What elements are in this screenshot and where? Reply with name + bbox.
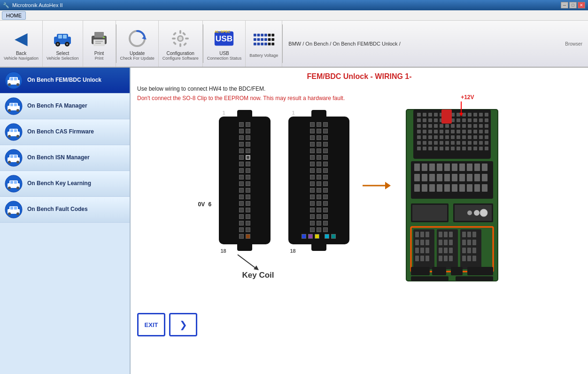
svg-rect-231	[426, 240, 429, 245]
svg-rect-22	[173, 31, 177, 35]
svg-rect-110	[428, 118, 432, 122]
usb-button[interactable]: USB AL-SPEC USB Connection Status	[203, 21, 246, 67]
svg-rect-51	[14, 78, 17, 80]
svg-rect-238	[439, 232, 442, 237]
svg-rect-211	[437, 184, 442, 192]
exit-button[interactable]: EXIT	[137, 313, 165, 336]
svg-rect-71	[10, 155, 13, 158]
svg-rect-247	[439, 256, 442, 261]
sidebar-item-fault-codes[interactable]: On Bench Fault Codes	[0, 197, 130, 223]
close-button[interactable]: ✕	[578, 2, 585, 8]
svg-rect-32	[264, 34, 267, 37]
svg-rect-235	[415, 256, 419, 261]
configuration-sublabel: Configure Software	[162, 56, 199, 61]
right-connector-wrap: 1	[288, 117, 349, 244]
svg-point-74	[16, 161, 19, 164]
svg-rect-177	[440, 147, 443, 150]
svg-rect-216	[474, 184, 480, 192]
svg-rect-11	[95, 41, 103, 42]
svg-rect-183	[473, 147, 477, 150]
print-button[interactable]: Print Print	[83, 21, 116, 67]
svg-rect-164	[440, 141, 443, 145]
svg-rect-159	[485, 135, 488, 139]
svg-rect-209	[422, 184, 427, 192]
svg-rect-45	[268, 43, 271, 46]
svg-rect-267	[411, 267, 430, 275]
svg-marker-15	[142, 36, 147, 39]
update-button[interactable]: Update Check For Update	[116, 21, 159, 67]
svg-point-17	[178, 37, 182, 40]
svg-rect-206	[474, 174, 480, 181]
svg-rect-143	[468, 130, 472, 133]
svg-rect-111	[434, 118, 438, 122]
sidebar-item-fa-manager[interactable]: On Bench FA Manager	[0, 94, 130, 119]
svg-rect-128	[456, 124, 460, 128]
svg-rect-240	[449, 232, 453, 237]
sidebar-item-key-learning[interactable]: On Bench Key Learning	[0, 171, 130, 197]
svg-rect-129	[462, 124, 466, 128]
minimize-button[interactable]: ─	[561, 2, 568, 8]
svg-text:AL-SPEC: AL-SPEC	[215, 30, 231, 34]
next-button[interactable]: ❯	[169, 313, 197, 336]
isn-manager-label: On Bench ISN Manager	[27, 154, 90, 162]
svg-rect-44	[271, 38, 274, 41]
svg-rect-58	[14, 103, 17, 106]
svg-rect-203	[452, 174, 457, 181]
svg-rect-19	[179, 43, 181, 47]
svg-point-265	[474, 210, 480, 216]
svg-rect-179	[451, 147, 455, 150]
svg-point-53	[16, 83, 19, 86]
usb-icon: USB AL-SPEC	[213, 28, 235, 49]
svg-rect-38	[257, 43, 260, 46]
svg-rect-41	[268, 34, 271, 37]
arrow-to-pcb	[363, 180, 391, 191]
menu-home[interactable]: HOME	[2, 11, 26, 20]
svg-rect-152	[445, 135, 449, 139]
svg-rect-33	[254, 38, 256, 41]
svg-rect-85	[10, 207, 13, 210]
back-button[interactable]: Back Vehicle Navigation	[0, 21, 43, 67]
svg-rect-109	[423, 118, 426, 122]
svg-point-6	[57, 43, 59, 45]
select-button[interactable]: Select Vehicle Selection	[43, 21, 83, 67]
plus12v-arrowhead	[459, 113, 463, 117]
left-connector	[219, 117, 271, 244]
key-coil-arrow	[233, 252, 261, 273]
svg-rect-242	[444, 240, 448, 245]
svg-point-81	[16, 187, 19, 189]
car-icon-fault	[5, 201, 23, 218]
svg-rect-121	[417, 124, 421, 128]
svg-rect-204	[459, 174, 465, 181]
sidebar-item-fem-unlock[interactable]: On Bench FEM/BDC Unlock	[0, 68, 130, 94]
svg-rect-243	[449, 240, 453, 245]
sidebar-item-isn-manager[interactable]: On Bench ISN Manager	[0, 145, 130, 171]
svg-rect-24	[182, 31, 186, 35]
svg-rect-138	[440, 130, 443, 133]
maximize-button[interactable]: □	[569, 2, 577, 8]
svg-rect-254	[467, 240, 471, 245]
car-icon-fem	[5, 71, 23, 89]
svg-rect-244	[439, 248, 442, 253]
svg-rect-43	[268, 38, 271, 41]
fault-codes-label: On Bench Fault Codes	[27, 206, 88, 213]
svg-point-87	[8, 212, 11, 215]
svg-rect-233	[420, 248, 424, 253]
printer-icon	[90, 30, 108, 47]
menu-bar: HOME	[0, 10, 588, 21]
svg-rect-120	[485, 118, 488, 122]
svg-rect-46	[271, 43, 274, 46]
back-sublabel: Vehicle Navigation	[4, 56, 39, 61]
svg-rect-181	[462, 147, 466, 150]
sidebar-item-cas-firmware[interactable]: On Bench CAS Firmware	[0, 119, 130, 145]
svg-rect-228	[426, 232, 429, 237]
update-label: Update	[130, 51, 145, 56]
wiring-diagram: 0V 6 1	[137, 107, 581, 285]
svg-rect-232	[415, 248, 419, 253]
svg-rect-258	[472, 248, 476, 253]
svg-rect-261	[472, 256, 476, 261]
configuration-button[interactable]: Configuration Configure Software	[159, 21, 203, 67]
battery-button[interactable]: Battery Voltage	[246, 21, 282, 67]
svg-rect-132	[479, 124, 483, 128]
svg-rect-36	[264, 38, 267, 41]
svg-point-67	[16, 135, 19, 138]
